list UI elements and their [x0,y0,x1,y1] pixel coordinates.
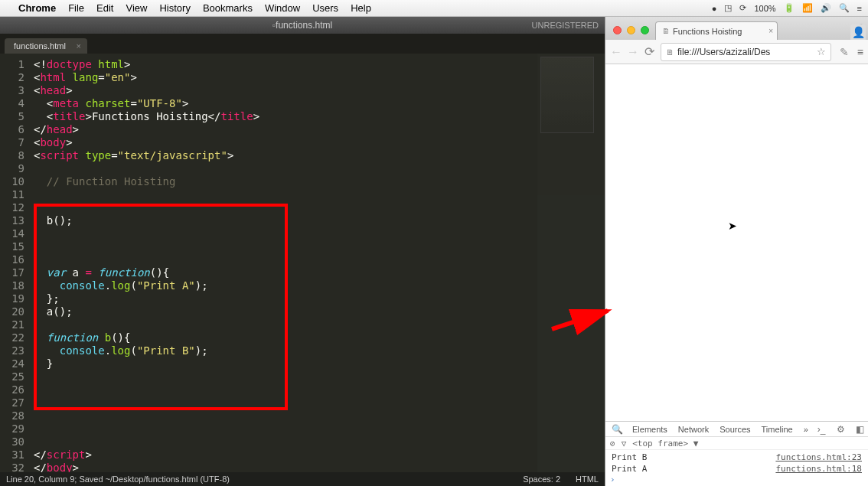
close-tab-icon[interactable]: × [76,41,80,51]
line-gutter: 12345678 910111213141516 171819202122232… [0,54,31,472]
menu-edit[interactable]: Edit [96,2,113,14]
minimap[interactable] [537,54,605,472]
settings-gear-icon[interactable]: ⚙ [834,424,848,435]
menu-hamburger-icon[interactable]: ≡ [857,46,863,58]
devtools-panel: 🔍 Elements Network Sources Timeline » ›_… [605,421,868,486]
extension-icon[interactable]: ✎ [837,45,851,59]
chrome-tab[interactable]: 🗎 Functions Hoisting × [655,21,778,40]
menu-view[interactable]: View [126,2,147,14]
spotlight-icon[interactable]: 🔍 [839,3,850,13]
console-message: Print A [612,464,647,474]
menu-file[interactable]: File [68,2,84,14]
battery-text: 100% [754,4,775,13]
forward-button[interactable]: → [627,45,638,59]
devtools-tabs: 🔍 Elements Network Sources Timeline » ›_… [605,422,868,437]
volume-icon[interactable]: 🔊 [821,3,831,13]
tab-file-icon: 🗎 [662,27,670,35]
window-close-button[interactable] [613,26,622,34]
dt-tab-sources[interactable]: Sources [715,425,755,434]
status-spaces[interactable]: Spaces: 2 [523,475,560,484]
status-lang[interactable]: HTML [576,475,599,484]
wifi-icon[interactable]: 📶 [802,3,813,13]
url-file-icon: 🗎 [666,47,674,57]
mouse-cursor-icon: ➤ [728,220,737,232]
menu-help[interactable]: Help [351,2,371,14]
browser-window: 🗎 Functions Hoisting × ⤢ 👤 ← → ⟳ 🗎 file:… [605,17,868,486]
console-message: Print B [612,452,647,462]
gdrive-icon[interactable]: ◳ [724,3,732,13]
menu-bookmarks[interactable]: Bookmarks [203,2,253,14]
editor-window: ▫ functions.html UNREGISTERED functions.… [0,17,605,486]
console-toggle-icon[interactable]: ›_ [814,424,829,435]
dt-tab-elements[interactable]: Elements [628,425,672,434]
clear-console-icon[interactable]: ⊘ [610,439,615,448]
console-output: Print B functions.html:23 Print A functi… [605,450,868,486]
window-minimize-button[interactable] [627,26,635,34]
close-tab-icon[interactable]: × [768,27,773,35]
filter-icon[interactable]: ▽ [622,439,627,448]
code-content[interactable]: <!doctype html> <html lang="en"> <head> … [31,54,259,472]
address-bar[interactable]: 🗎 file:///Users/azizali/Des ☆ [661,43,831,61]
console-source-link[interactable]: functions.html:18 [775,464,862,474]
status-left: Line 20, Column 9; Saved ~/Desktop/funct… [6,475,230,484]
mac-menubar: Chrome File Edit View History Bookmarks … [0,0,868,17]
code-area[interactable]: 12345678 910111213141516 171819202122232… [0,54,605,472]
editor-tab-functions[interactable]: functions.html × [5,38,87,54]
editor-statusbar: Line 20, Column 9; Saved ~/Desktop/funct… [0,472,605,486]
reload-button[interactable]: ⟳ [644,44,654,59]
unregistered-label: UNREGISTERED [532,21,599,30]
editor-title: functions.html [276,20,332,31]
menu-window[interactable]: Window [265,2,300,14]
editor-tabs: functions.html × [0,34,605,54]
sync-icon[interactable]: ⟳ [739,3,746,13]
frame-selector[interactable]: <top frame> ▼ [632,439,698,448]
menu-history[interactable]: History [159,2,190,14]
back-button[interactable]: ← [610,45,621,59]
editor-tab-label: functions.html [14,41,66,51]
dt-tab-network[interactable]: Network [674,425,713,434]
console-row: Print B functions.html:23 [605,452,868,463]
notifications-icon[interactable]: ≡ [857,4,862,13]
dt-tab-more[interactable]: » [799,425,813,434]
bookmark-star-icon[interactable]: ☆ [817,46,826,57]
chrome-tabbar: 🗎 Functions Hoisting × ⤢ 👤 [605,17,868,40]
console-source-link[interactable]: functions.html:23 [775,452,862,462]
devtools-filterbar: ⊘ ▽ <top frame> ▼ [605,437,868,450]
menu-app[interactable]: Chrome [18,2,56,14]
url-text: file:///Users/azizali/Des [677,47,770,57]
battery-icon[interactable]: 🔋 [784,3,795,13]
inspect-icon[interactable]: 🔍 [609,424,626,435]
page-content: ➤ [605,64,868,421]
traffic-lights [609,26,655,40]
record-icon[interactable]: ● [712,4,717,13]
chrome-toolbar: ← → ⟳ 🗎 file:///Users/azizali/Des ☆ ✎ ≡ [605,40,868,64]
chrome-tab-title: Functions Hoisting [673,27,742,36]
dt-tab-timeline[interactable]: Timeline [757,425,798,434]
dock-icon[interactable]: ◧ [853,424,867,435]
window-zoom-button[interactable] [641,26,649,34]
profile-avatar[interactable]: 👤 [850,24,866,40]
menu-users[interactable]: Users [312,2,338,14]
editor-titlebar: ▫ functions.html UNREGISTERED [0,17,605,34]
console-prompt[interactable]: › [605,475,868,484]
console-row: Print A functions.html:18 [605,463,868,475]
minimap-viewport[interactable] [540,57,594,133]
